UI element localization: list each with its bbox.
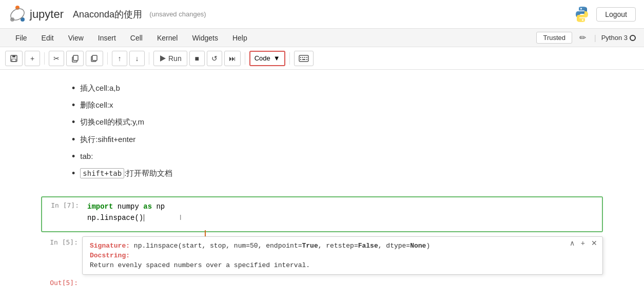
restart-button[interactable]: ↺: [207, 51, 222, 66]
out-label-5: Out[5]:: [50, 279, 78, 287]
cut-button[interactable]: ✂: [49, 51, 64, 66]
bullet-text-3: 切换cell的模式:y,m: [80, 116, 144, 128]
copy-icon: [71, 54, 79, 63]
menu-widgets[interactable]: Widgets: [185, 31, 225, 45]
svg-rect-16: [306, 57, 307, 58]
svg-rect-12: [299, 55, 308, 62]
tooltip-controls: ∧ + ✕: [569, 239, 598, 247]
menu-edit[interactable]: Edit: [34, 31, 61, 45]
in-label-5: In [5]:: [50, 238, 78, 246]
topbar: jupyter Anaconda的使用 (unsaved changes) Lo…: [0, 0, 644, 29]
separator: |: [594, 34, 596, 42]
cursor-indicator: I: [180, 213, 182, 221]
jupyter-logo: jupyter: [8, 5, 64, 24]
menu-cell[interactable]: Cell: [123, 31, 150, 45]
save-icon: [10, 54, 18, 63]
list-item: • 删除cell:x: [72, 99, 603, 112]
main-content: • 插入cell:a,b • 删除cell:x • 切换cell的模式:y,m …: [0, 70, 644, 304]
menu-help[interactable]: Help: [225, 31, 255, 45]
svg-rect-8: [73, 55, 78, 60]
run-button[interactable]: Run: [153, 51, 187, 66]
edit-notebook-icon[interactable]: ✏: [576, 32, 589, 44]
bullet-dot: •: [72, 116, 75, 129]
stop-button[interactable]: ■: [189, 51, 205, 66]
restart-run-button[interactable]: ⏭: [224, 51, 241, 66]
signature-line: Signature: np.linspace(start, stop, num=…: [90, 242, 595, 250]
output-in-row: In [5]: ∧ + ✕ Signature: np.linspace(sta…: [41, 236, 603, 275]
output-out-sidebar: Out[5]:: [41, 277, 82, 287]
logo-text: jupyter: [30, 8, 64, 21]
paste-button[interactable]: [86, 51, 103, 66]
kernel-info: Python 3: [601, 34, 636, 42]
menu-view[interactable]: View: [61, 31, 91, 45]
menu-insert[interactable]: Insert: [91, 31, 123, 45]
keyboard-icon: [299, 55, 309, 62]
docstring-label: Docstring:: [90, 252, 130, 259]
topbar-right: Logout: [573, 5, 636, 24]
signature-text: np.linspace(start, stop, num=50, endpoin…: [134, 242, 430, 250]
keyword-import: import: [87, 202, 113, 211]
bullet-text-1: 插入cell:a,b: [80, 82, 120, 94]
svg-rect-5: [12, 55, 15, 57]
bullet-dot: •: [72, 99, 75, 112]
cell-input-7[interactable]: import numpy as np np.linspace() I: [83, 197, 602, 231]
menu-file[interactable]: File: [8, 31, 34, 45]
cell-sidebar-7: In [7]:: [42, 197, 83, 231]
bullet-text-5: tab:: [80, 150, 93, 163]
tooltip-popup: ∧ + ✕ Signature: np.linspace(start, stop…: [82, 236, 603, 275]
tooltip-close-button[interactable]: ✕: [590, 239, 598, 247]
code-line-1: import numpy as np: [87, 201, 598, 212]
bullet-dot: •: [72, 150, 75, 163]
run-icon: [159, 55, 166, 62]
run-label: Run: [168, 54, 182, 63]
svg-rect-14: [302, 57, 303, 58]
bullet-text-6: shift+tab:打开帮助文档: [80, 167, 172, 179]
keyboard-shortcuts-button[interactable]: [294, 51, 314, 66]
move-up-button[interactable]: ↑: [112, 51, 127, 66]
toolbar-separator-4: [245, 52, 245, 65]
bullet-dot: •: [72, 82, 75, 95]
toolbar: + ✂ ↑ ↓ Run ■ ↺ ⏭ Code ▼: [0, 47, 644, 70]
logout-button[interactable]: Logout: [596, 7, 636, 22]
svg-marker-11: [160, 55, 166, 62]
move-down-button[interactable]: ↓: [129, 51, 145, 66]
kernel-label: Python 3: [601, 34, 628, 42]
save-button[interactable]: [5, 51, 23, 66]
bullet-text-4: 执行:sihfit+enter: [80, 133, 135, 146]
bullet-dot: •: [72, 133, 75, 146]
python-logo-icon: [573, 5, 591, 24]
trusted-button[interactable]: Trusted: [536, 32, 572, 44]
svg-rect-17: [300, 59, 301, 60]
list-item: • 插入cell:a,b: [72, 82, 603, 95]
code-cell-7[interactable]: In [7]: import numpy as np np.linspace()…: [41, 196, 603, 232]
add-cell-button[interactable]: +: [25, 51, 40, 66]
notebook-content: • 插入cell:a,b • 删除cell:x • 切换cell的模式:y,m …: [0, 78, 644, 287]
svg-rect-19: [306, 59, 307, 60]
jupyter-logo-icon: [8, 5, 27, 24]
tooltip-expand-button[interactable]: ∧: [569, 239, 576, 247]
tooltip-add-button[interactable]: +: [580, 239, 586, 247]
cell-type-arrow: ▼: [274, 54, 280, 62]
cell-type-label: Code: [255, 54, 270, 62]
menubar-right: Trusted ✏ | Python 3: [536, 32, 636, 44]
toolbar-separator-3: [149, 52, 149, 65]
cell-type-select[interactable]: Code ▼: [249, 51, 285, 66]
bullet-text-2: 删除cell:x: [80, 99, 113, 111]
toolbar-separator-1: [44, 52, 45, 65]
kernel-status-icon: [630, 35, 636, 41]
svg-rect-18: [302, 59, 305, 60]
menubar: File Edit View Insert Cell Kernel Widget…: [0, 29, 644, 47]
toolbar-separator-2: [107, 52, 108, 65]
signature-label: Signature:: [90, 242, 130, 250]
bullet-list-section: • 插入cell:a,b • 删除cell:x • 切换cell的模式:y,m …: [41, 78, 603, 192]
svg-rect-13: [300, 57, 301, 58]
code-linspace: np.linspace(): [87, 214, 144, 222]
copy-button[interactable]: [66, 51, 84, 66]
notebook-title[interactable]: Anaconda的使用: [73, 8, 142, 21]
docstring-text: Return evenly spaced numbers over a spec…: [90, 261, 595, 269]
code-text-numpy: numpy: [118, 202, 143, 211]
bullet-dot: •: [72, 167, 75, 180]
svg-rect-15: [304, 57, 305, 58]
menu-kernel[interactable]: Kernel: [150, 31, 185, 45]
output-out-row: Out[5]:: [41, 277, 603, 287]
